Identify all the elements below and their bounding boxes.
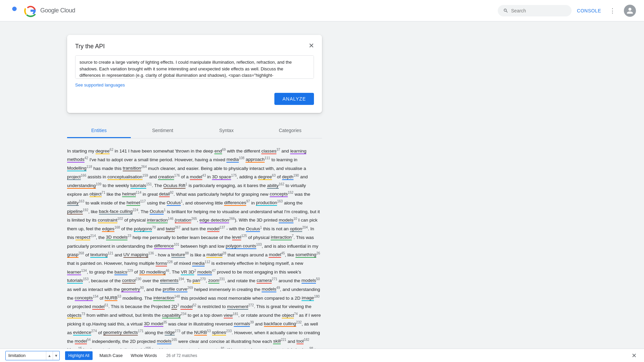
entity-span[interactable]: tool182 [297,339,309,344]
entity-span[interactable]: difference101 [154,243,179,248]
entity-span[interactable]: models50 [302,278,320,283]
entity-span[interactable]: model137 [207,226,225,231]
entity-span[interactable]: backface culling232 [264,321,302,326]
entity-span[interactable]: pipeline192 [67,209,88,214]
entity-span[interactable]: 3D modelling46 [139,269,169,275]
entity-span[interactable]: concepts152 [270,191,293,196]
entity-span[interactable]: helmet114 [122,191,141,196]
entity-span[interactable]: ability163 [67,200,84,205]
entity-span[interactable]: understanding109 [67,183,101,188]
entity-span[interactable]: control230 [122,278,141,283]
see-languages-link[interactable]: See supported languages [75,82,314,87]
entity-span[interactable]: profile curve269 [163,287,193,292]
entity-span[interactable]: objects73 [67,313,85,318]
entity-span[interactable]: twist267 [166,226,180,231]
entity-span[interactable]: interaction146 [147,218,173,223]
entity-span[interactable]: Oculus1 [150,209,166,214]
entity-span[interactable]: camera271 [257,278,277,283]
entity-span[interactable]: level125 [232,235,247,240]
bottom-close-button[interactable]: ✕ [629,351,639,360]
header-search-input[interactable] [511,8,566,13]
entity-span[interactable]: capability234 [162,313,186,318]
entity-span[interactable]: image180 [302,295,319,300]
entity-span[interactable]: classes37 [261,148,280,154]
entity-span[interactable]: media108 [226,157,244,162]
entity-span[interactable]: model45 [269,252,285,257]
entity-span[interactable]: project166 [67,174,86,179]
entity-span[interactable]: interaction148 [153,295,180,300]
entity-span[interactable]: degree63 [258,174,276,179]
entity-span[interactable]: respect214 [75,235,96,240]
entity-span[interactable]: model51 [92,304,108,309]
entity-span[interactable]: evidence274 [73,330,97,335]
entity-span[interactable]: media112 [192,261,210,266]
tab-categories[interactable]: Categories [258,124,322,138]
entity-span[interactable]: models47 [197,269,216,275]
entity-span[interactable]: geometry defects171 [103,330,144,335]
console-link[interactable]: CONSOLE [577,8,601,13]
tab-sentiment[interactable]: Sentiment [131,124,195,138]
entity-span[interactable]: Oculus1 [167,200,183,205]
entity-span[interactable]: basics229 [114,269,133,275]
entity-span[interactable]: normals39 [234,321,254,326]
tab-syntax[interactable]: Syntax [195,124,258,138]
entity-span[interactable]: transition264 [123,166,147,171]
entity-span[interactable]: (rotation265 [175,218,197,223]
entity-span[interactable]: ridge273 [165,330,180,335]
entity-span[interactable]: polygons70 [134,226,156,231]
entity-span[interactable]: movement272 [227,304,254,309]
entity-span[interactable]: view181 [224,313,238,318]
entity-span[interactable]: Oculus1 [246,226,262,231]
search-down-button[interactable]: ▼ [53,351,59,360]
entity-span[interactable]: models165 [157,339,177,344]
entity-span[interactable]: polygon counts103 [226,243,262,248]
api-panel-close-button[interactable]: ✕ [306,40,317,51]
entity-span[interactable]: pan270 [193,278,206,283]
entity-span[interactable]: concepts154 [75,295,99,300]
entity-span[interactable]: geometry90 [121,287,144,292]
entity-span[interactable]: option204 [290,226,308,231]
analyze-button[interactable]: ANALYZE [274,93,314,105]
entity-span[interactable]: approach111 [246,157,270,162]
entity-span[interactable]: grasp268 [67,252,84,257]
entity-span[interactable]: production163 [256,200,283,205]
entity-span[interactable]: differences97 [224,200,250,205]
entity-span[interactable]: tutorials151 [130,183,152,188]
entity-span[interactable]: back-face culling224 [99,209,138,214]
entity-span[interactable]: detail92 [159,191,173,196]
entity-span[interactable]: material28 [206,252,226,257]
entity-span[interactable]: 3D models23 [106,235,131,240]
entity-span[interactable]: model54 [75,339,91,344]
entity-span[interactable]: object74 [282,313,298,318]
entity-span[interactable]: something26 [296,252,320,257]
entity-span[interactable]: models10 [279,218,297,223]
entity-span[interactable]: 2D3 [171,304,179,309]
avatar[interactable] [624,5,636,17]
entity-span[interactable]: model43 [190,174,206,179]
entity-span[interactable]: forms228 [156,261,172,266]
search-up-button[interactable]: ▲ [46,351,53,360]
tab-entities[interactable]: Entities [67,124,131,138]
entity-span[interactable]: texture88 [171,252,189,257]
entity-span[interactable]: elements194 [160,278,184,283]
more-menu-button[interactable]: ⋮ [606,5,619,17]
entity-span[interactable]: degree62 [96,148,113,154]
entity-span[interactable]: ability162 [267,183,284,188]
entity-span[interactable]: end69 [214,148,226,154]
whole-words-option[interactable]: Whole Words [129,352,158,359]
entity-span[interactable]: depth190 [282,174,299,179]
entity-span[interactable]: 3D space175 [212,174,237,179]
entity-span[interactable]: learner134 [67,269,87,275]
logo-link[interactable]: ☁ Google Cloud [8,4,75,17]
entity-span[interactable]: zoom231 [208,278,225,283]
entity-span[interactable]: object71 [90,191,105,196]
match-case-option[interactable]: Match Case [98,352,124,359]
entity-span[interactable]: splines233 [212,330,232,335]
entity-span[interactable]: Modelling118 [67,166,92,171]
entity-span[interactable]: interaction7 [271,235,293,240]
entity-span[interactable]: model52 [180,304,197,309]
entity-span[interactable]: UV mapping136 [123,252,154,257]
entity-span[interactable]: tutorials153 [67,278,89,283]
entity-span[interactable]: constraint102 [98,218,123,223]
entity-span[interactable]: NURB53 [105,295,121,300]
